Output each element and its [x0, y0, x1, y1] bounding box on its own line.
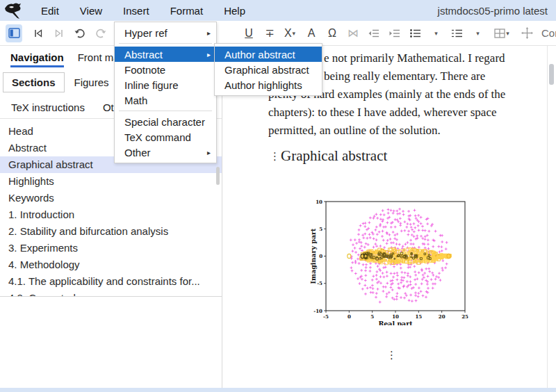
tab-figures[interactable]: Figures: [66, 73, 117, 92]
menu-item-label: Author abstract: [224, 49, 295, 60]
menu-item-author-highlights[interactable]: Author highlights: [215, 77, 322, 92]
bowtie-icon: ⋈: [348, 28, 359, 39]
tab-navigation-label: Navigation: [10, 51, 64, 67]
numbered-list-options-button[interactable]: ▾: [470, 24, 486, 42]
menu-view[interactable]: View: [70, 2, 113, 19]
document-scrollbar-thumb[interactable]: [549, 64, 554, 85]
chevron-down-icon: ▾: [434, 30, 438, 37]
submenu-arrow-icon: ▸: [207, 29, 211, 37]
menu-item-footnote[interactable]: Footnote: [115, 62, 216, 77]
decrease-indent-icon: [368, 28, 380, 38]
graphical-abstract-heading[interactable]: Graphical abstract: [281, 147, 387, 165]
menu-item-abstract[interactable]: Abstract ▸: [115, 47, 216, 62]
menu-edit[interactable]: Edit: [31, 2, 70, 19]
svg-text:10: 10: [316, 199, 322, 205]
paragraph-line[interactable]: permitted, an outline of the solution.: [268, 124, 441, 138]
svg-text:20: 20: [439, 313, 445, 320]
bullet-list-options-button[interactable]: ▾: [428, 24, 445, 42]
go-to-start-button[interactable]: [30, 24, 47, 42]
tab-navigation[interactable]: Navigation: [3, 49, 71, 67]
menu-separator: [119, 111, 212, 111]
redo-icon: [95, 28, 107, 39]
increase-indent-button[interactable]: [386, 24, 403, 42]
increase-indent-icon: [389, 28, 401, 38]
skip-to-end-icon: [54, 28, 65, 38]
menu-item-label: Author highlights: [224, 79, 302, 91]
block-drag-handle[interactable]: ⋮: [386, 349, 397, 361]
decrease-indent-button[interactable]: [366, 24, 382, 42]
menu-item-graphical-abstract[interactable]: Graphical abstract: [215, 62, 322, 77]
abstract-submenu: Author abstract Graphical abstract Autho…: [214, 43, 322, 96]
list-item-applicability[interactable]: 4.1. The applicability and constraints f…: [0, 273, 222, 290]
menu-item-inline-figure[interactable]: Inline figure: [115, 77, 216, 92]
app-logo-bird-icon: [0, 1, 31, 20]
list-item-experiments[interactable]: 3. Experiments: [0, 240, 222, 256]
move-cross-icon: [521, 27, 533, 39]
comment-button[interactable]: Com: [541, 27, 556, 39]
tab-tex-instructions[interactable]: TeX instructions: [3, 98, 93, 117]
menu-item-math[interactable]: Math: [115, 92, 216, 108]
window-title: jstmdocs05-primo latest: [438, 5, 548, 17]
omega-icon: Ω: [328, 28, 336, 39]
list-item-stability[interactable]: 2. Stability and bifurcation analysis: [0, 223, 222, 240]
font-color-icon: A: [308, 28, 316, 39]
sections-list-scrollbar[interactable]: [216, 167, 220, 185]
underline-button[interactable]: U: [240, 24, 257, 42]
svg-text:15: 15: [415, 313, 422, 320]
toolbar: U ∓ X ▾ A Ω ⋈: [0, 21, 556, 46]
svg-text:-10: -10: [313, 308, 322, 314]
menu-item-label: Hyper ref: [124, 27, 167, 39]
special-symbol-button[interactable]: Ω: [324, 24, 341, 42]
menu-item-label: Inline figure: [124, 79, 179, 91]
menu-item-tex-command[interactable]: TeX command: [115, 129, 216, 145]
svg-text:10: 10: [392, 313, 399, 320]
strike-through-button[interactable]: ∓: [261, 24, 278, 42]
paragraph-line[interactable]: being really elementary. There are: [324, 70, 485, 83]
menu-item-author-abstract[interactable]: Author abstract: [215, 47, 322, 62]
undo-icon: [74, 28, 86, 39]
list-item-introduction[interactable]: 1. Introduction: [0, 206, 222, 223]
svg-text:0: 0: [319, 253, 322, 259]
chevron-down-icon: ▾: [476, 30, 480, 37]
menu-item-label: Footnote: [124, 64, 165, 76]
menu-item-hyper-ref[interactable]: Hyper ref ▸: [115, 25, 216, 40]
bottom-status-strip: [0, 388, 556, 392]
submenu-arrow-icon: ▸: [207, 51, 211, 58]
svg-text:5: 5: [319, 226, 322, 232]
insert-dropdown-menu: Hyper ref ▸ Abstract ▸ Footnote Inline f…: [114, 22, 217, 163]
svg-text:5: 5: [370, 313, 374, 320]
font-color-button[interactable]: A: [303, 24, 320, 42]
delete-style-button[interactable]: X ▾: [282, 24, 299, 42]
redo-button[interactable]: [92, 24, 109, 42]
scrollbar-track-divider: [547, 46, 548, 388]
svg-text:-5: -5: [317, 280, 322, 286]
move-tool-button[interactable]: [518, 24, 535, 42]
menu-item-label: Other: [124, 147, 151, 158]
paragraph-line[interactable]: chapters): to these I have added, wherev…: [268, 106, 497, 120]
bullet-list-icon: [409, 28, 422, 38]
undo-button[interactable]: [72, 24, 88, 42]
numbered-list-button[interactable]: [449, 24, 466, 42]
list-item-case-study[interactable]: 4.2. Case study: [0, 290, 222, 297]
bullet-list-button[interactable]: [407, 24, 424, 42]
menu-format[interactable]: Format: [160, 2, 214, 19]
skip-to-start-icon: [33, 28, 44, 38]
menu-help[interactable]: Help: [213, 2, 256, 19]
menu-item-label: Graphical abstract: [224, 64, 309, 76]
list-item-highlights[interactable]: Highlights: [0, 173, 222, 190]
svg-text:-5: -5: [323, 313, 329, 320]
tab-sections[interactable]: Sections: [3, 72, 65, 92]
paragraph-line[interactable]: e not primarily Mathematical. I regard: [324, 51, 505, 65]
menu-item-special-character[interactable]: Special character: [115, 114, 216, 129]
go-to-end-button[interactable]: [51, 24, 67, 42]
heading-drag-handle[interactable]: ⋮: [270, 150, 280, 163]
link-ref-button[interactable]: ⋈: [345, 24, 361, 42]
list-item-methodology[interactable]: 4. Methodology: [0, 256, 222, 273]
insert-table-button[interactable]: ▾: [494, 24, 511, 42]
list-item-keywords[interactable]: Keywords: [0, 190, 222, 206]
menu-item-other[interactable]: Other ▸: [115, 145, 216, 160]
chevron-down-icon: ▾: [506, 30, 509, 37]
menu-insert[interactable]: Insert: [113, 2, 160, 19]
toggle-sidebar-button[interactable]: [6, 24, 22, 42]
chevron-down-icon: ▾: [293, 30, 296, 37]
